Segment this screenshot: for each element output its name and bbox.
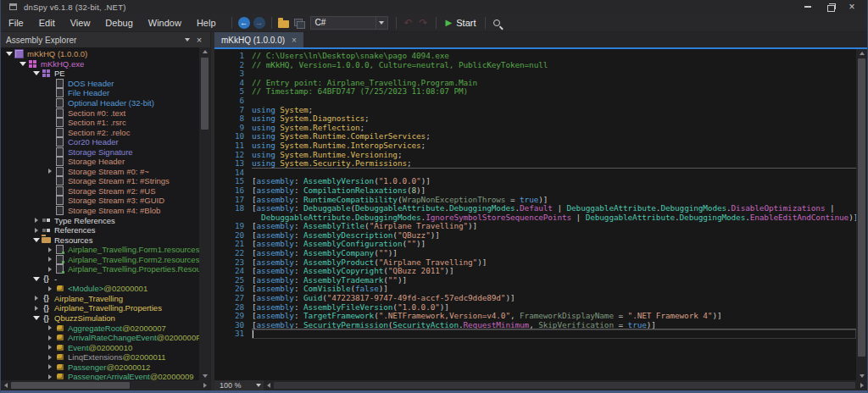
tree-node[interactable]: Airplane_Travelling (1, 294, 199, 304)
close-icon[interactable] (847, 3, 857, 11)
expand-arrow-icon[interactable] (31, 218, 41, 223)
chevron-down-icon[interactable] (376, 17, 387, 29)
tree-node[interactable]: References (1, 225, 199, 235)
menu-file[interactable]: File (1, 14, 31, 31)
language-select[interactable]: C# (310, 16, 388, 30)
tree-node[interactable]: PE (1, 69, 199, 79)
undo-icon[interactable]: ↶ (401, 15, 416, 30)
tree-node[interactable]: Storage Stream #1: #Strings (1, 176, 199, 186)
explorer-vertical-scrollbar[interactable] (199, 47, 210, 380)
tree-node[interactable]: Cor20 Header (1, 137, 199, 147)
code-editor[interactable]: 1// C:\Users\ln\Desktop\snake\pago 4094.… (214, 49, 856, 380)
scroll-right-icon[interactable] (200, 380, 210, 390)
expand-arrow-icon[interactable] (45, 364, 54, 369)
tree-node[interactable]: mKkHQ (1.0.0.0) (1, 49, 199, 59)
menu-help[interactable]: Help (189, 14, 224, 31)
collapse-arrow-icon[interactable] (31, 277, 41, 281)
search-icon[interactable] (490, 15, 505, 30)
expand-arrow-icon[interactable] (45, 286, 54, 291)
restore-icon[interactable] (825, 3, 835, 11)
navigate-forward-icon[interactable]: → (252, 15, 267, 30)
tree-node[interactable]: - (1, 274, 199, 285)
tree-node[interactable]: mKkHQ.exe (1, 59, 199, 69)
tree-node[interactable]: ArrivalRateChangeEvent @0200000F (1, 333, 199, 343)
scroll-left-icon[interactable] (264, 380, 274, 390)
scrollbar-thumb[interactable] (201, 58, 209, 130)
scrollbar-thumb[interactable] (11, 382, 130, 389)
tree-node[interactable]: Airplane_Travelling.Properties (1, 303, 199, 313)
tree-node[interactable]: DOS Header (1, 79, 199, 89)
expand-arrow-icon[interactable] (31, 228, 41, 233)
tree-node[interactable]: File Header (1, 88, 199, 98)
tree-node-label: DOS Header (68, 79, 114, 88)
navigate-back-icon[interactable]: ← (236, 15, 252, 30)
save-all-icon[interactable] (292, 15, 307, 30)
scroll-up-icon[interactable] (856, 49, 867, 58)
expand-arrow-icon[interactable] (45, 374, 54, 379)
collapse-arrow-icon[interactable] (4, 52, 14, 56)
collapse-arrow-icon[interactable] (31, 238, 41, 242)
redo-icon[interactable]: ↷ (416, 15, 431, 30)
scroll-left-icon[interactable] (1, 380, 11, 390)
tree-node[interactable]: Storage Header (1, 157, 199, 167)
tree-node[interactable]: Airplane_Travelling.Properties.Resources… (1, 264, 199, 274)
explorer-horizontal-scrollbar[interactable] (1, 380, 210, 390)
scrollbar-thumb[interactable] (274, 382, 855, 389)
collapse-arrow-icon[interactable] (31, 71, 41, 75)
open-file-icon[interactable] (276, 15, 292, 30)
expand-arrow-icon[interactable] (45, 325, 54, 330)
expand-arrow-icon[interactable] (45, 247, 54, 252)
tab-mkkhq[interactable]: mKkHQ (1.0.0.0) × (214, 32, 303, 47)
scroll-right-icon[interactable] (857, 380, 867, 390)
tree-node[interactable]: Airplane_Travelling.Form1.resources (1, 245, 199, 255)
page-icon (54, 196, 65, 205)
tree-node[interactable]: Resources (1, 235, 199, 245)
tree-node[interactable]: Storage Signature (1, 147, 199, 157)
expand-arrow-icon[interactable] (45, 169, 54, 174)
tree-node[interactable]: Storage Stream #3: #GUID (1, 196, 199, 206)
collapse-arrow-icon[interactable] (31, 316, 41, 320)
minimize-icon[interactable] (803, 3, 813, 11)
tree-node[interactable]: Airplane_Travelling.Form2.resources (1, 254, 199, 264)
expand-arrow-icon[interactable] (45, 355, 54, 360)
expand-arrow-icon[interactable] (31, 296, 41, 301)
menu-window[interactable]: Window (141, 14, 189, 31)
tree-node[interactable]: AggregateRoot @02000007 (1, 323, 199, 333)
tree-node[interactable]: PassengerArrivalEvent @02000009 (1, 372, 199, 380)
tree-node[interactable]: Section #2: .reloc (1, 127, 199, 137)
menu-view[interactable]: View (63, 14, 98, 31)
start-debug-button[interactable]: ▶ Start (441, 18, 481, 28)
editor-horizontal-scrollbar[interactable] (264, 380, 867, 390)
tree-node[interactable]: Storage Stream #0: #~ (1, 167, 199, 177)
tree-node[interactable]: Passenger @02000012 (1, 363, 199, 373)
expand-arrow-icon[interactable] (45, 345, 54, 350)
expand-arrow-icon[interactable] (45, 335, 54, 340)
collapse-arrow-icon[interactable] (18, 62, 27, 66)
tree-node[interactable]: Section #1: .rsrc (1, 118, 199, 128)
tree-node[interactable]: <Module> @02000001 (1, 284, 199, 294)
scroll-up-icon[interactable] (199, 47, 210, 56)
expand-arrow-icon[interactable] (31, 306, 41, 311)
tree-node[interactable]: Event @02000010 (1, 342, 199, 352)
tree-node[interactable]: Optional Header (32-bit) (1, 98, 199, 108)
expand-arrow-icon[interactable] (45, 257, 54, 262)
assembly-tree[interactable]: mKkHQ (1.0.0.0)mKkHQ.exePEDOS HeaderFile… (1, 47, 199, 380)
tree-node[interactable]: Storage Stream #4: #Blob (1, 206, 199, 216)
editor-vertical-scrollbar[interactable] (856, 49, 867, 380)
panel-close-icon[interactable]: × (193, 34, 205, 46)
zoom-level-select[interactable]: 100 % (214, 380, 264, 390)
chevron-down-icon[interactable] (253, 384, 264, 387)
tree-node[interactable]: Storage Stream #2: #US (1, 186, 199, 196)
scroll-down-icon[interactable] (856, 372, 867, 380)
tree-node[interactable]: Type References (1, 215, 199, 225)
tree-node[interactable]: Section #0: .text (1, 108, 199, 118)
tab-close-icon[interactable]: × (292, 36, 297, 45)
tree-node[interactable]: QbuzzSimulation (1, 313, 199, 324)
scroll-down-icon[interactable] (199, 372, 210, 380)
tree-node[interactable]: LinqExtensions @02000011 (1, 352, 199, 363)
panel-menu-icon[interactable] (181, 34, 193, 46)
menu-edit[interactable]: Edit (31, 14, 63, 31)
menu-debug[interactable]: Debug (97, 14, 140, 31)
scrollbar-thumb[interactable] (858, 58, 865, 357)
expand-arrow-icon[interactable] (45, 267, 54, 272)
